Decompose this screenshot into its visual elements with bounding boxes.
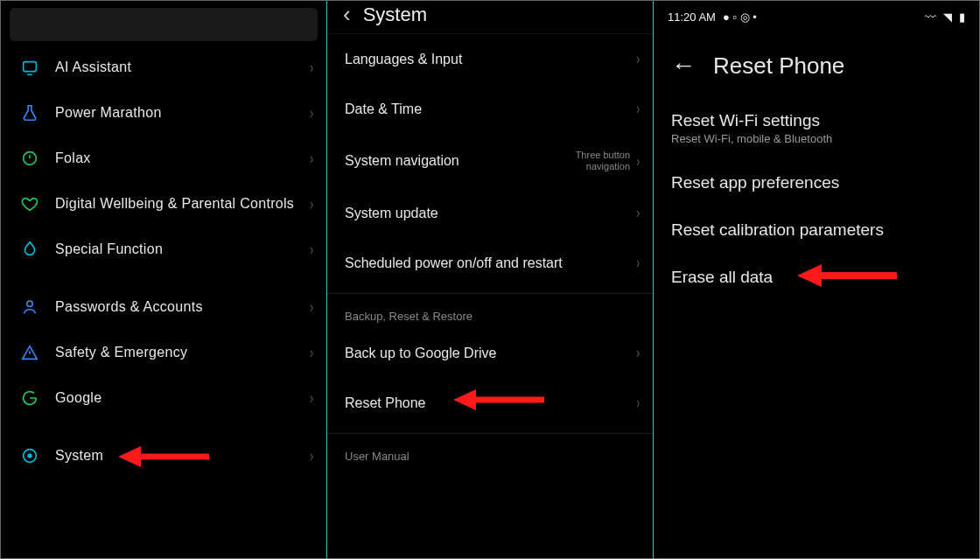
svg-point-2 xyxy=(27,301,32,306)
section-header-backup: Backup, Reset & Restore xyxy=(327,293,653,328)
section-header-manual: User Manual xyxy=(327,433,653,468)
google-icon xyxy=(17,388,43,409)
settings-item-label: Passwords & Accounts xyxy=(55,299,309,315)
settings-item-passwords-accounts[interactable]: Passwords & Accounts › xyxy=(1,284,321,330)
status-right-icons: 〰 ◥ ▮ xyxy=(925,10,965,24)
vibrate-icon: 〰 xyxy=(925,10,936,24)
status-time: 11:20 AM xyxy=(668,10,716,24)
reset-item-app-prefs[interactable]: Reset app preferences xyxy=(654,159,979,206)
chevron-right-icon: › xyxy=(636,344,640,362)
chevron-right-icon: › xyxy=(636,254,640,272)
chevron-right-icon: › xyxy=(310,389,313,408)
panel-header: ‹ System xyxy=(327,1,653,34)
panel-title: System xyxy=(363,3,427,26)
system-item-reset-phone[interactable]: Reset Phone › xyxy=(327,378,653,428)
chevron-right-icon: › xyxy=(636,50,640,68)
system-item-label: System navigation xyxy=(345,153,534,169)
panel-title: Reset Phone xyxy=(713,52,844,80)
reset-item-erase-all[interactable]: Erase all data xyxy=(654,254,979,301)
reset-item-label: Reset Wi-Fi settings xyxy=(671,111,962,130)
settings-item-ai-assistant[interactable]: AI Assistant › xyxy=(1,45,321,90)
signal-icon: ▮ xyxy=(959,10,965,24)
reset-item-wifi[interactable]: Reset Wi-Fi settings Reset Wi-Fi, mobile… xyxy=(654,97,979,159)
chevron-right-icon: › xyxy=(310,344,313,362)
system-item-label: Languages & Input xyxy=(345,52,635,67)
chevron-right-icon: › xyxy=(636,152,640,171)
system-item-backup-google[interactable]: Back up to Google Drive › xyxy=(327,328,653,378)
chevron-right-icon: › xyxy=(310,150,313,168)
system-item-date-time[interactable]: Date & Time › xyxy=(327,84,653,134)
chevron-right-icon: › xyxy=(310,241,313,259)
power-icon xyxy=(17,148,43,169)
settings-item-label: Digital Wellbeing & Parental Controls xyxy=(55,196,309,212)
reset-item-label: Reset calibration parameters xyxy=(671,220,962,240)
reset-item-calibration[interactable]: Reset calibration parameters xyxy=(654,206,979,254)
settings-item-power-marathon[interactable]: Power Marathon › xyxy=(1,90,321,136)
settings-item-digital-wellbeing[interactable]: Digital Wellbeing & Parental Controls › xyxy=(1,181,321,227)
settings-item-safety-emergency[interactable]: Safety & Emergency › xyxy=(1,330,321,375)
back-icon[interactable]: ‹ xyxy=(343,1,351,28)
system-icon xyxy=(17,445,43,466)
settings-item-label: Special Function xyxy=(55,241,309,257)
settings-list-panel: AI Assistant › Power Marathon › Folax › xyxy=(1,1,327,558)
system-item-label: System update xyxy=(345,206,635,221)
settings-item-label: System xyxy=(55,448,309,464)
wifi-icon: ◥ xyxy=(943,10,952,24)
chevron-right-icon: › xyxy=(310,104,313,122)
person-icon xyxy=(17,297,43,318)
system-item-update[interactable]: System update › xyxy=(327,188,653,238)
settings-item-label: Power Marathon xyxy=(55,105,309,121)
settings-item-label: Folax xyxy=(55,150,309,166)
system-item-label: Scheduled power on/off and restart xyxy=(345,255,635,271)
warning-icon xyxy=(17,342,43,363)
settings-item-folax[interactable]: Folax › xyxy=(1,136,321,181)
settings-item-label: AI Assistant xyxy=(55,59,309,75)
search-input[interactable] xyxy=(10,8,318,41)
chevron-right-icon: › xyxy=(636,100,640,118)
settings-item-google[interactable]: Google › xyxy=(1,375,321,421)
settings-item-label: Google xyxy=(55,390,309,406)
system-item-navigation[interactable]: System navigation Three button navigatio… xyxy=(327,134,653,188)
reset-phone-panel: 11:20 AM ● ▫ ◎ • 〰 ◥ ▮ ← Reset Phone Res… xyxy=(654,1,979,558)
settings-item-special-function[interactable]: Special Function › xyxy=(1,227,321,272)
chevron-right-icon: › xyxy=(310,298,313,317)
status-notification-icons: ● ▫ ◎ • xyxy=(723,10,757,24)
flask-icon xyxy=(17,102,43,123)
reset-item-label: Reset app preferences xyxy=(671,173,962,192)
system-item-languages[interactable]: Languages & Input › xyxy=(327,34,653,84)
svg-point-4 xyxy=(28,454,32,458)
chevron-right-icon: › xyxy=(310,59,313,77)
back-icon[interactable]: ← xyxy=(671,52,696,80)
status-bar: 11:20 AM ● ▫ ◎ • 〰 ◥ ▮ xyxy=(654,1,979,27)
system-item-sublabel: Three button navigation xyxy=(534,150,630,172)
svg-rect-0 xyxy=(24,62,37,72)
settings-item-system[interactable]: System › xyxy=(1,433,321,479)
special-icon xyxy=(17,239,43,260)
chevron-right-icon: › xyxy=(636,204,640,222)
heart-icon xyxy=(17,193,43,214)
panel-header: ← Reset Phone xyxy=(654,27,979,97)
settings-item-label: Safety & Emergency xyxy=(55,345,309,360)
reset-item-label: Erase all data xyxy=(671,268,962,287)
system-item-label: Reset Phone xyxy=(345,395,635,411)
system-settings-panel: ‹ System Languages & Input › Date & Time… xyxy=(327,1,654,558)
chevron-right-icon: › xyxy=(310,447,313,465)
chevron-right-icon: › xyxy=(636,394,640,412)
system-item-label: Back up to Google Drive xyxy=(345,346,635,361)
ai-assistant-icon xyxy=(17,57,43,78)
reset-item-sublabel: Reset Wi-Fi, mobile & Bluetooth xyxy=(671,132,962,145)
chevron-right-icon: › xyxy=(310,195,313,213)
system-item-label: Date & Time xyxy=(345,101,635,117)
system-item-scheduled-power[interactable]: Scheduled power on/off and restart › xyxy=(327,238,653,288)
